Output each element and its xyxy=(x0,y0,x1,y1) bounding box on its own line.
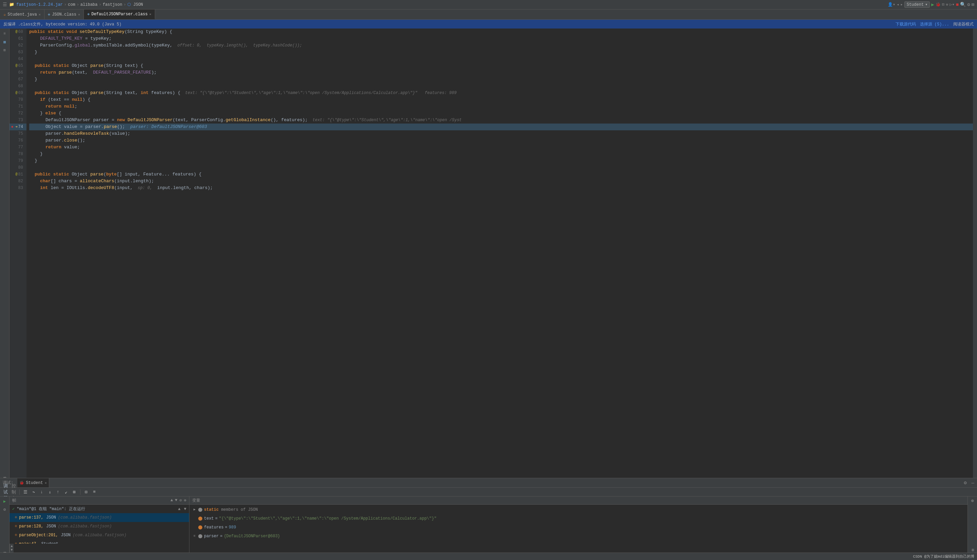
reader-mode-button[interactable]: 阅读器模式 xyxy=(953,22,974,27)
frames-panel: 帧 ▲ ▼ ⊘ ⊕ ✓ "main"@1 在组 "main": 正在运行 ▲ ▼ xyxy=(10,497,189,553)
breadcrumb-part-1[interactable]: fastjson-1.2.24.jar xyxy=(16,2,63,7)
sidebar-icon-bottom[interactable]: 结构 xyxy=(1,470,8,478)
build-icon[interactable]: ⚒ xyxy=(946,2,948,7)
download-source-button[interactable]: 下载源代码 xyxy=(895,22,916,27)
run-button[interactable]: ▶ xyxy=(931,2,934,7)
variables-right-bar: ⊕ ⊞ xyxy=(967,497,977,553)
force-step-into-button[interactable]: ⇓ xyxy=(47,489,53,495)
var-expand-parser[interactable]: ≡ xyxy=(193,533,198,540)
code-line-64 xyxy=(29,56,973,62)
more-button[interactable]: ⊞ xyxy=(972,2,974,7)
thread-nav-down[interactable]: ▼ xyxy=(184,507,187,512)
frames-filter-icon[interactable]: ⊘ xyxy=(180,498,182,503)
code-line-66: return parse(text, DEFAULT_PARSER_FEATUR… xyxy=(29,69,973,76)
search-button[interactable]: 🔍 xyxy=(960,2,966,7)
var-item-text[interactable]: text = "{\"@type\":\"Student\",\"age\":1… xyxy=(189,514,967,523)
debug-session-tab[interactable]: 🐞 Student ✕ xyxy=(17,478,49,487)
thread-item[interactable]: ✓ "main"@1 在组 "main": 正在运行 ▲ ▼ xyxy=(10,505,189,513)
breadcrumb-part-5[interactable]: ⬡ JSON xyxy=(127,2,143,7)
frame-item-0[interactable]: ⊙ parse:137, JSON (com.alibaba.fastjson) xyxy=(10,513,189,522)
var-item-parser[interactable]: ≡ parser = {DefaultJSONParser@603} xyxy=(189,532,967,541)
frames-up-icon[interactable]: ▲ xyxy=(170,498,173,503)
breadcrumb-part-3[interactable]: alibaba xyxy=(80,2,97,7)
debug-icon[interactable]: 🐞 xyxy=(935,2,941,7)
debug-settings-icon[interactable]: ⚙ xyxy=(964,480,967,486)
debug-session-close[interactable]: ✕ xyxy=(45,481,47,485)
variables-header: 变量 xyxy=(189,497,967,505)
settings-button[interactable]: ⚙ xyxy=(967,2,970,7)
code-line-61: DEFAULT_TYPE_KEY = typeKey; xyxy=(29,35,973,42)
line-75: 75 xyxy=(10,130,27,137)
code-right-scroll[interactable] xyxy=(973,28,977,478)
code-content[interactable]: public static void setDefaultTypeKey(Str… xyxy=(27,28,973,478)
sidebar-icon-structure[interactable]: ⊞ xyxy=(1,46,8,53)
tab-close-json[interactable]: ✕ xyxy=(78,13,80,17)
step-out-button[interactable]: ↑ xyxy=(55,489,62,495)
tab-defaultjsonparser-class[interactable]: ◈ DefaultJSONParser.class ✕ xyxy=(84,10,155,19)
run-to-cursor-button[interactable]: ↙ xyxy=(63,489,70,495)
line-82: 82 xyxy=(10,178,27,185)
coverage-icon[interactable]: ⊡ xyxy=(942,2,944,7)
var-item-static[interactable]: ▶ static members of JSON xyxy=(189,505,967,514)
tab-student-java[interactable]: ☕ Student.java ✕ xyxy=(0,10,45,19)
debug-toolbar: 调试器 控制台 ☰ ↷ ↓ ⇓ ↑ ↙ ⊞ ⊟ ≡ xyxy=(0,488,977,497)
more-run-icon[interactable]: ▷▾ xyxy=(950,2,954,7)
notification-text: 反编译 .class文件, bytecode version: 49.0 (Ja… xyxy=(3,22,122,27)
tab-json-class[interactable]: ◈ JSON.class ✕ xyxy=(45,10,84,19)
tab-console[interactable]: 控制台 xyxy=(10,489,17,495)
line-69: @ 69 xyxy=(10,90,27,97)
choose-source-button[interactable]: 选择源 (S)... xyxy=(920,22,949,27)
frame-class-3: Student xyxy=(42,540,58,544)
panel-toggle-right[interactable]: ⊞ xyxy=(970,549,975,551)
resume-icon[interactable]: ▶ xyxy=(2,498,8,505)
var-item-features[interactable]: features = 989 xyxy=(189,523,967,532)
frames-header: 帧 ▲ ▼ ⊘ ⊕ xyxy=(10,497,189,505)
sidebar-toggle-icon[interactable]: ☰ xyxy=(3,2,7,7)
profile-selector[interactable]: Student ▾ xyxy=(904,2,930,8)
code-line-62: ParserConfig.global.symbolTable.addSymbo… xyxy=(29,42,973,49)
add-var-icon[interactable]: ⊕ xyxy=(971,498,974,504)
breadcrumb-part-4[interactable]: fastjson xyxy=(103,2,122,7)
back-icon[interactable]: ◂ xyxy=(897,2,899,7)
code-line-78: } xyxy=(29,151,973,157)
settings-icon-2[interactable]: ⚙ xyxy=(2,506,8,513)
code-line-79: } xyxy=(29,157,973,164)
sidebar-icon-2[interactable]: ▦ xyxy=(1,38,8,45)
stop-button[interactable]: ■ xyxy=(956,2,959,7)
frame-class-0: JSON xyxy=(46,514,56,521)
frame-pkg-1: (com.alibaba.fastjson) xyxy=(58,523,112,530)
editor-area: ≡ ▦ ⊞ 结构 @ 60 61 62 63 xyxy=(0,28,977,478)
project-tree-icon[interactable]: 📁 xyxy=(9,2,14,7)
thread-nav-up[interactable]: ▲ xyxy=(178,507,181,512)
forward-icon[interactable]: ▸ xyxy=(900,2,903,7)
frames-scroll-area[interactable]: ▲ ▼ xyxy=(10,544,13,553)
frames-grid-button[interactable]: ⊟ xyxy=(83,489,90,495)
show-execution-point-button[interactable]: ☰ xyxy=(22,489,29,495)
var-expand-static[interactable]: ▶ xyxy=(193,506,198,513)
frame-item-1[interactable]: ⊙ parse:128, JSON (com.alibaba.fastjson) xyxy=(10,522,189,531)
evaluate-expression-button[interactable]: ⊞ xyxy=(71,489,78,495)
breadcrumb-part-2[interactable]: com xyxy=(68,2,75,7)
code-line-69: public static Object parse(String text, … xyxy=(29,90,973,97)
tab-close-parser[interactable]: ✕ xyxy=(149,12,152,16)
frame-icon-2: ⊙ xyxy=(15,532,17,539)
step-into-button[interactable]: ↓ xyxy=(38,489,45,495)
sidebar-icon-1[interactable]: ≡ xyxy=(1,30,8,37)
threads-button[interactable]: ≡ xyxy=(91,489,98,495)
user-icon[interactable]: 👤▾ xyxy=(888,2,895,7)
frames-down-icon[interactable]: ▼ xyxy=(175,498,177,503)
debug-minimize-icon[interactable]: — xyxy=(972,480,974,486)
frames-add-icon[interactable]: ⊕ xyxy=(184,498,187,503)
code-line-71: return null; xyxy=(29,103,973,110)
frame-item-3[interactable]: ⊙ main:47, Student xyxy=(10,540,189,544)
code-line-74: Object value = parser.parse(); parser: D… xyxy=(29,123,973,130)
line-76: 76 xyxy=(10,137,27,144)
tab-debugger[interactable]: 调试器 xyxy=(2,489,9,495)
step-over-button[interactable]: ↷ xyxy=(30,489,37,495)
line-63: 63 xyxy=(10,49,27,56)
tab-close-student[interactable]: ✕ xyxy=(39,13,41,17)
notification-actions: 下载源代码 选择源 (S)... 阅读器模式 xyxy=(895,22,974,27)
frame-item-2[interactable]: ⊙ parseObject:201, JSON (com.alibaba.fas… xyxy=(10,531,189,540)
structures-icon[interactable]: 结构 xyxy=(2,546,8,553)
code-line-82: char[] chars = allocateChars(input.lengt… xyxy=(29,178,973,185)
